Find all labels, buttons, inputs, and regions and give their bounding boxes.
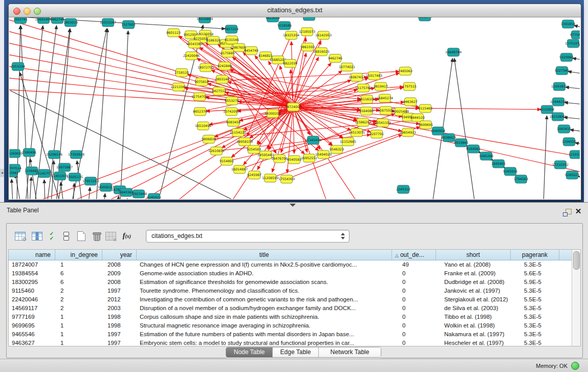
column-header-short[interactable]: short bbox=[436, 250, 511, 260]
cell-in_degree: 1 bbox=[55, 330, 102, 339]
svg-text:1095286: 1095286 bbox=[479, 154, 493, 158]
svg-text:10553267: 10553267 bbox=[100, 20, 116, 24]
svg-text:9227349: 9227349 bbox=[555, 69, 569, 72]
cell-name: 19384554 bbox=[9, 269, 55, 278]
tab-edge-table[interactable]: Edge Table bbox=[273, 347, 319, 357]
svg-text:1210335: 1210335 bbox=[569, 152, 580, 156]
svg-text:12142757: 12142757 bbox=[36, 171, 52, 175]
cell-name: 22420046 bbox=[9, 295, 55, 304]
svg-text:8601123: 8601123 bbox=[166, 31, 181, 34]
svg-text:20206536: 20206536 bbox=[46, 152, 62, 156]
function-builder-icon[interactable]: f(x) bbox=[120, 229, 134, 243]
cell-year: 1997 bbox=[102, 287, 137, 295]
svg-text:1794563: 1794563 bbox=[514, 177, 528, 181]
svg-text:18958159: 18958159 bbox=[236, 140, 253, 143]
window-title: citations_edges.txt bbox=[9, 6, 581, 14]
table-row[interactable]: 977716911998Corpus callosum shape and si… bbox=[9, 313, 572, 321]
cell-short: Tibbo et al. (1998) bbox=[436, 313, 511, 321]
column-header-name[interactable]: name bbox=[9, 250, 55, 260]
cell-year: 2003 bbox=[102, 304, 137, 313]
float-panel-icon[interactable] bbox=[563, 209, 572, 216]
close-panel-icon[interactable]: ✕ bbox=[574, 207, 582, 216]
table-content-box: ⚙ ✓✓ ✕ bbox=[6, 223, 583, 358]
svg-text:9245022: 9245022 bbox=[147, 195, 161, 199]
cell-short: Jankovic et al. (1997) bbox=[436, 287, 511, 295]
table-row[interactable]: 1456911722003Disruption of a novel membe… bbox=[9, 304, 572, 313]
table-selector-dropdown[interactable]: citations_edges.txt bbox=[146, 230, 350, 243]
svg-text:10541109: 10541109 bbox=[375, 121, 391, 124]
cell-out_degree: 0 bbox=[392, 287, 436, 295]
table-row[interactable]: 911546021997Tourette syndrome. Phenomeno… bbox=[9, 287, 572, 295]
cell-out_degree: 0 bbox=[392, 304, 436, 313]
rows-icon[interactable] bbox=[59, 229, 73, 243]
cell-pagerank: 5.3E-5 bbox=[511, 260, 559, 269]
cell-in_degree: 2 bbox=[55, 287, 102, 295]
table-row[interactable]: 2242004622012Investigating the contribut… bbox=[9, 295, 572, 304]
split-pane-handle[interactable] bbox=[290, 204, 296, 207]
table-row[interactable]: 1872400712008Changes of HCN gene express… bbox=[9, 260, 572, 269]
svg-text:7857224: 7857224 bbox=[224, 27, 238, 31]
cell-year: 1998 bbox=[102, 313, 137, 321]
table-header-row: namein_degreeyeartitle△out_de...shortpag… bbox=[9, 250, 572, 260]
show-column-icon[interactable] bbox=[30, 229, 44, 243]
column-header-in_degree[interactable]: in_degree bbox=[55, 250, 102, 260]
svg-text:11675500: 11675500 bbox=[378, 108, 394, 112]
svg-text:1803019: 1803019 bbox=[63, 20, 78, 24]
svg-text:8131546: 8131546 bbox=[225, 38, 239, 41]
node-table: namein_degreeyeartitle△out_de...shortpag… bbox=[8, 249, 581, 346]
cell-short: Franke et al. (2009) bbox=[436, 269, 511, 278]
column-header-title[interactable]: title bbox=[137, 250, 392, 260]
delete-table-icon[interactable] bbox=[89, 229, 103, 243]
svg-text:1580496: 1580496 bbox=[22, 150, 36, 154]
memory-status-label: Memory: OK bbox=[536, 363, 568, 369]
collapse-panel-arrow-icon[interactable]: ◂ bbox=[0, 169, 4, 177]
cytoscape-app: ◂ citations_edges.txt 18724007 bbox=[0, 0, 588, 372]
svg-text:8938923: 8938923 bbox=[442, 136, 456, 139]
table-panel: Table Panel ✕ ⚙ ✓✓ bbox=[0, 202, 588, 372]
svg-text:16648784: 16648784 bbox=[445, 50, 462, 54]
scrollbar-thumb[interactable] bbox=[573, 251, 580, 270]
column-header-out_de[interactable]: △out_de... bbox=[392, 250, 436, 260]
svg-text:1591854: 1591854 bbox=[561, 22, 575, 26]
table-row[interactable]: 1938455462009Genome-wide association stu… bbox=[9, 269, 572, 278]
cell-name: 18724007 bbox=[9, 260, 55, 269]
new-table-icon[interactable] bbox=[74, 229, 89, 243]
tab-node-table[interactable]: Node Table bbox=[226, 347, 273, 357]
cell-pagerank: 5.9E-5 bbox=[511, 278, 559, 287]
column-header-year[interactable]: year bbox=[102, 250, 137, 260]
cell-short: Wolkin et al. (1998) bbox=[436, 321, 511, 330]
cell-in_degree: 1 bbox=[55, 339, 102, 346]
tab-network-table[interactable]: Network Table bbox=[319, 347, 381, 357]
svg-text:9819417: 9819417 bbox=[374, 84, 388, 88]
window-titlebar[interactable]: citations_edges.txt bbox=[9, 4, 581, 17]
svg-text:10742095: 10742095 bbox=[223, 110, 239, 113]
cell-name: 18300295 bbox=[9, 278, 55, 287]
svg-text:25160650: 25160650 bbox=[9, 151, 23, 155]
column-header-pagerank[interactable]: pagerank bbox=[511, 250, 559, 260]
svg-text:16210643: 16210643 bbox=[550, 115, 566, 118]
svg-text:8427512: 8427512 bbox=[212, 89, 226, 93]
svg-text:7485063: 7485063 bbox=[398, 69, 412, 73]
select-all-icon[interactable]: ✓✓ bbox=[45, 229, 59, 243]
cell-short: Hescheler et al. (1997) bbox=[436, 339, 511, 346]
table-row[interactable]: 946554611997Estimation of the future num… bbox=[9, 330, 572, 339]
svg-text:17957253: 17957253 bbox=[82, 179, 99, 183]
svg-text:8454749: 8454749 bbox=[244, 49, 258, 52]
table-options-icon[interactable]: ⚙ bbox=[13, 229, 27, 243]
cell-pagerank: 5.5E-5 bbox=[511, 295, 559, 304]
cell-name: 9115460 bbox=[9, 287, 55, 295]
cell-out_degree: 0 bbox=[392, 339, 436, 346]
cell-year: 1998 bbox=[102, 321, 137, 330]
svg-text:1204550: 1204550 bbox=[562, 140, 576, 143]
cell-year: 2012 bbox=[102, 295, 137, 304]
desktop-edge-right bbox=[584, 0, 588, 202]
svg-text:12213343: 12213343 bbox=[170, 85, 187, 89]
svg-text:17359928: 17359928 bbox=[68, 152, 84, 156]
vertical-scrollbar[interactable] bbox=[572, 250, 580, 346]
cell-year: 2008 bbox=[102, 260, 137, 269]
table-row[interactable]: 946362711997Embryonic stem cells: a mode… bbox=[9, 339, 572, 346]
table-row[interactable]: 1830029562008Estimation of significance … bbox=[9, 278, 572, 287]
svg-text:9218586: 9218586 bbox=[277, 24, 292, 27]
table-row[interactable]: 969969511998Structural magnetic resonanc… bbox=[9, 321, 572, 330]
network-canvas[interactable]: 1872400718300295860112389129561822605892… bbox=[9, 17, 580, 199]
